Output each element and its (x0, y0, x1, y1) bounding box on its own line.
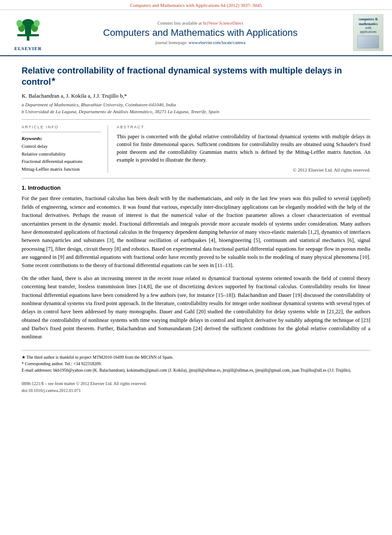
abstract-text: This paper is concerned with the global … (117, 133, 370, 164)
footer-issn: 0898-1221/$ – see front matter © 2012 El… (22, 380, 370, 387)
svg-point-6 (34, 20, 40, 27)
affiliation-b: b Universidad de La Laguna, Departamento… (22, 109, 370, 114)
homepage-line: journal homepage: www.elsevier.com/locat… (52, 40, 349, 45)
sciverse-link[interactable]: SciVerse ScienceDirect (203, 21, 243, 25)
contents-label: Contents lists available at (157, 21, 201, 25)
keyword-3: Fractional differential equations (22, 158, 101, 166)
title-star: ★ (51, 76, 56, 83)
top-bar: Computers and Mathematics with Applicati… (0, 0, 392, 10)
intro-paragraph-2: On the other hand, there is also an incr… (22, 274, 370, 341)
intro-section-title: 1. Introduction (22, 185, 370, 191)
email-label: E-mail addresses: (22, 368, 52, 373)
keyword-2: Relative controllability (22, 150, 101, 158)
divider-2 (22, 178, 370, 178)
affiliation-a: a Department of Mathematics, Bharathiar … (22, 102, 370, 107)
footnote-star2: * Corresponding author. Tel.: +34 922318… (22, 360, 370, 367)
content-area: Relative controllability of fractional d… (0, 56, 392, 403)
abstract-column: ABSTRACT This paper is concerned with th… (117, 125, 370, 173)
divider-1 (22, 119, 370, 120)
homepage-link[interactable]: www.elsevier.com/locate/camwa (188, 40, 245, 45)
keyword-4: Mittag-Leffler matrix function (22, 166, 101, 173)
authors-line: K. Balachandran a, J. Kokila a, J.J. Tru… (22, 92, 370, 99)
keyword-1: Control delay (22, 143, 101, 150)
keywords-title: Keywords: (22, 136, 101, 141)
elsevier-label: ELSEVIER (14, 46, 42, 51)
article-info-abstract: ARTICLE INFO Keywords: Control delay Rel… (22, 125, 370, 173)
sciverse-line: Contents lists available at SciVerse Sci… (52, 21, 349, 25)
journal-title-block: Contents lists available at SciVerse Sci… (52, 21, 349, 45)
homepage-label: journal homepage: (155, 40, 188, 45)
footer-doi: doi:10.1016/j.camwa.2012.01.071 (22, 387, 370, 394)
elsevier-logo: ELSEVIER (9, 15, 48, 51)
footer-bar: 0898-1221/$ – see front matter © 2012 El… (22, 380, 370, 394)
article-info-title: ARTICLE INFO (22, 125, 101, 129)
footnote-emails: E-mail addresses: bkb1956@yahoo.com (K. … (22, 367, 370, 373)
email-addresses: bkb1956@yahoo.com (K. Balachandran), kok… (53, 368, 351, 373)
journal-header: ELSEVIER Contents lists available at Sci… (0, 10, 392, 56)
article-info-column: ARTICLE INFO Keywords: Control delay Rel… (22, 125, 108, 173)
copyright-line: © 2012 Elsevier Ltd. All rights reserved… (117, 167, 370, 172)
article-title: Relative controllability of fractional d… (22, 65, 370, 87)
intro-paragraph-1: For the past three centuries, fractional… (22, 194, 370, 270)
abstract-title: ABSTRACT (117, 125, 370, 129)
footnote-area: ★ The third author is thankful to projec… (22, 350, 370, 373)
svg-point-5 (16, 20, 22, 27)
footnote-star: ★ The third author is thankful to projec… (22, 354, 370, 360)
svg-rect-7 (27, 36, 29, 41)
journal-citation: Computers and Mathematics with Applicati… (130, 3, 262, 8)
journal-thumbnail: computers & mathematics with application… (353, 14, 383, 51)
elsevier-tree-icon (13, 15, 43, 45)
journal-main-title: Computers and Mathematics with Applicati… (52, 27, 349, 38)
